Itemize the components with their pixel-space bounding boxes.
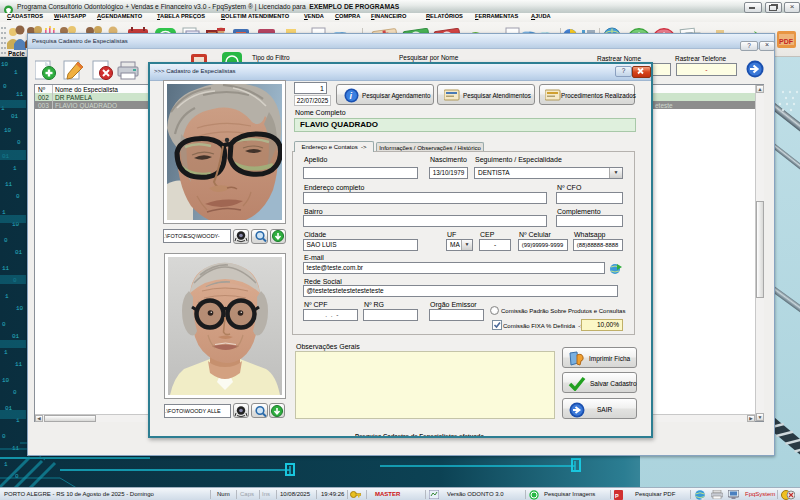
svg-text:0: 0: [2, 433, 6, 440]
svg-text:0: 0: [2, 321, 6, 328]
svg-text:11: 11: [15, 361, 23, 368]
svg-text:01: 01: [15, 249, 23, 256]
svg-text:10: 10: [16, 305, 24, 312]
svg-text:11: 11: [5, 181, 13, 188]
svg-text:11: 11: [2, 265, 10, 272]
svg-text:0: 0: [15, 473, 19, 480]
svg-text:01: 01: [12, 333, 20, 340]
svg-text:01: 01: [11, 113, 19, 120]
svg-text:1: 1: [5, 293, 9, 300]
svg-text:0: 0: [13, 389, 17, 396]
svg-text:1: 1: [4, 461, 8, 468]
svg-text:11: 11: [16, 91, 24, 98]
svg-text:10: 10: [2, 377, 10, 384]
svg-text:1: 1: [14, 69, 18, 76]
svg-text:1: 1: [4, 349, 8, 356]
svg-text:0: 0: [16, 193, 20, 200]
svg-text:PDF: PDF: [779, 38, 794, 45]
svg-text:Pacie: Pacie: [8, 50, 25, 57]
svg-text:1: 1: [2, 209, 6, 216]
svg-text:P: P: [615, 493, 619, 499]
svg-text:0: 0: [4, 237, 8, 244]
svg-text:10: 10: [1, 61, 9, 68]
svg-text:0: 0: [3, 83, 7, 90]
svg-text:1: 1: [13, 165, 17, 172]
svg-text:0: 0: [17, 139, 21, 146]
svg-text:10: 10: [4, 127, 12, 134]
